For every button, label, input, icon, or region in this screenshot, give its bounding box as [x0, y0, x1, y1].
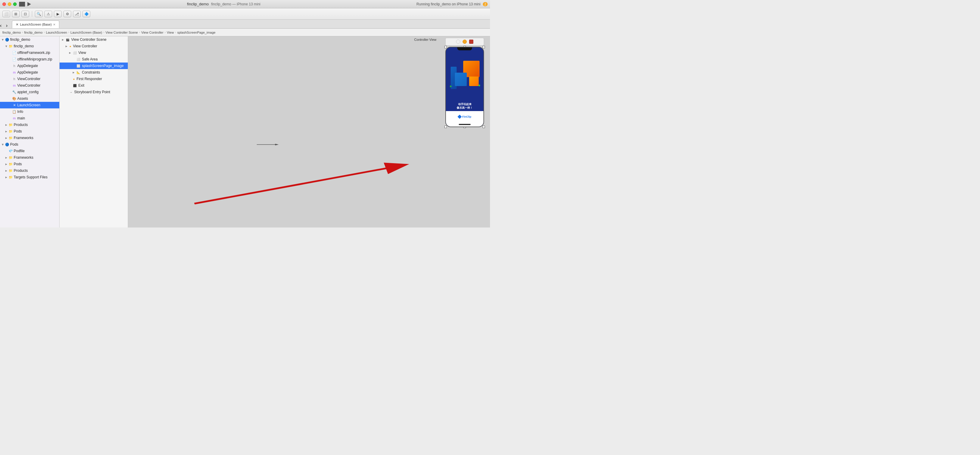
sidebar-root-label: finclip_demo	[10, 38, 30, 42]
breadcrumb-finclip-demo-1[interactable]: finclip_demo	[2, 31, 21, 34]
canvas-area[interactable]	[128, 36, 490, 228]
pods-project-icon: 🔵	[5, 143, 9, 146]
sidebar-item-podfile[interactable]: 💎 Podfile	[0, 148, 59, 154]
breadcrumb-view[interactable]: View	[167, 31, 174, 34]
sidebar-item-targets-support[interactable]: ▶ 📁 Targets Support Files	[0, 174, 59, 180]
sidebar-label-offline-miniprogram: offlineMiniprogram.zip	[17, 57, 52, 61]
outline-view[interactable]: ▶ ⬜ View	[60, 49, 128, 56]
project-icon: 🔵	[5, 38, 9, 42]
triangle-icon: ▶	[73, 71, 76, 74]
sidebar-item-applet-config[interactable]: 🔧 applet_config	[0, 89, 59, 95]
phone-mockup: 动手玩起来 像乐高一样！ FinClip	[445, 47, 484, 127]
tab-launchscreen[interactable]: ✕ LaunchScreen (Base) ✕	[12, 21, 59, 28]
sidebar-item-pods-root[interactable]: ▶ 🔵 Pods	[0, 141, 59, 148]
breadcrumb-finclip-demo-2[interactable]: finclip_demo	[24, 31, 43, 34]
sidebar-item-main[interactable]: m main	[0, 115, 59, 121]
vcs-button[interactable]: ⎇	[73, 11, 81, 17]
sidebar-item-assets[interactable]: 🎨 Assets	[0, 95, 59, 102]
sidebar-toggle-button[interactable]: ⬜	[2, 11, 10, 17]
inspector-toggle-button[interactable]: ⊡	[21, 11, 29, 17]
main-icon: m	[12, 116, 16, 120]
sidebar-item-pods-1[interactable]: ▶ 📁 Pods	[0, 128, 59, 135]
sidebar-item-frameworks-1[interactable]: ▶ 📁 Frameworks	[0, 135, 59, 141]
sidebar-label-applet-config: applet_config	[17, 90, 38, 94]
play-button[interactable]	[27, 2, 31, 6]
selection-handle-bl[interactable]	[444, 126, 447, 128]
breakpoint-button[interactable]: 🔷	[83, 11, 90, 17]
phone-bottom	[446, 123, 484, 127]
tab-bar: ‹ › ✕ LaunchScreen (Base) ✕	[0, 20, 490, 29]
outline-first-responder[interactable]: ● First Responder	[60, 76, 128, 82]
breadcrumb-launchscreen-base[interactable]: LaunchScreen (Base)	[71, 31, 102, 34]
sidebar-item-offline-framework[interactable]: 📄 offlineFramework.zip	[0, 49, 59, 56]
selection-handle-tl[interactable]	[444, 46, 447, 48]
breadcrumb-vc-scene[interactable]: View Controller Scene	[105, 31, 138, 34]
stop-icon[interactable]	[19, 2, 25, 6]
tab-forward-button[interactable]: ›	[6, 23, 12, 28]
inspector-toolbar	[445, 38, 484, 46]
inspector-tool-1[interactable]	[456, 40, 460, 44]
sidebar-item-finclip-demo-group[interactable]: ▶ 📁 finclip_demo	[0, 43, 59, 49]
finclip-label: FinClip	[462, 115, 471, 118]
file-icon: 📄	[12, 51, 16, 55]
triangle-icon: ▶	[5, 124, 8, 126]
sidebar-label-products-2: Products	[14, 169, 28, 173]
outline-splash-image[interactable]: ⬜ splashScreenPage_image	[60, 62, 128, 69]
warning-badge[interactable]: 2	[483, 2, 488, 6]
main-area: ▶ 🔵 finclip_demo ▶ 📁 finclip_demo 📄 offl…	[0, 36, 490, 228]
selection-handle-br[interactable]	[482, 126, 485, 128]
sidebar-label-info: Info	[17, 110, 23, 114]
selection-handle-tr[interactable]	[482, 46, 485, 48]
sidebar-label-frameworks-2: Frameworks	[14, 156, 33, 160]
outline-exit[interactable]: ⬛ Exit	[60, 82, 128, 89]
outline-constraints[interactable]: ▶ 📐 Constraints	[60, 69, 128, 76]
phone-screen: 动手玩起来 像乐高一样！	[446, 47, 484, 111]
inspector-tool-3[interactable]	[469, 40, 473, 44]
hierarchy-toggle-button[interactable]: ⊞	[12, 11, 20, 17]
outline-vc[interactable]: ▶ ● View Controller	[60, 43, 128, 49]
inspector-title: Controller View	[414, 38, 436, 41]
maximize-button[interactable]	[13, 2, 17, 6]
inspector-tool-2[interactable]	[463, 40, 467, 44]
scheme-button[interactable]: ⚙	[64, 11, 71, 17]
breadcrumb-launchscreen[interactable]: LaunchScreen	[46, 31, 67, 34]
sidebar-item-products-2[interactable]: ▶ 📁 Products	[0, 167, 59, 174]
triangle-icon: ▶	[65, 45, 68, 48]
sidebar-item-offline-miniprogram[interactable]: 📄 offlineMiniprogram.zip	[0, 56, 59, 62]
sidebar-item-launchscreen[interactable]: ✕ LaunchScreen	[0, 102, 59, 108]
warning-button[interactable]: ⚠	[45, 11, 52, 17]
triangle-icon: ▶	[62, 38, 65, 41]
search-button[interactable]: 🔍	[35, 11, 43, 17]
sidebar-item-pods-2[interactable]: ▶ 📁 Pods	[0, 161, 59, 167]
sidebar-item-appdelegate-h[interactable]: h AppDelegate	[0, 62, 59, 69]
run-button[interactable]: ▶	[54, 11, 62, 17]
outline-storyboard-entry[interactable]: → Storyboard Entry Point	[60, 89, 128, 95]
sidebar-item-frameworks-2[interactable]: ▶ 📁 Frameworks	[0, 154, 59, 161]
triangle-icon: ▶	[2, 143, 4, 146]
figure-2	[478, 84, 480, 86]
breadcrumb-vc[interactable]: View Controller	[141, 31, 163, 34]
close-button[interactable]	[2, 2, 6, 6]
outline-label-first-responder: First Responder	[76, 77, 102, 81]
folder-icon: 📁	[9, 129, 13, 134]
breadcrumb-splash[interactable]: splashScreenPage_image	[177, 31, 215, 34]
outline-label-exit: Exit	[78, 83, 84, 88]
phone-finclip-bar: FinClip	[446, 111, 484, 123]
sidebar-item-viewcontroller-m[interactable]: m ViewController	[0, 82, 59, 89]
folder-icon: 📁	[9, 175, 13, 179]
lego-orange-small	[469, 76, 479, 86]
storyboard-arrow	[128, 36, 490, 228]
tab-back-button[interactable]: ‹	[0, 23, 6, 28]
minimize-button[interactable]	[8, 2, 11, 6]
sidebar-item-root[interactable]: ▶ 🔵 finclip_demo	[0, 36, 59, 43]
outline-vc-scene[interactable]: ▶ 🎬 View Controller Scene	[60, 36, 128, 43]
tab-close-icon[interactable]: ✕	[53, 23, 56, 26]
image-icon: ⬜	[76, 64, 80, 68]
sidebar-item-products-1[interactable]: ▶ 📁 Products	[0, 121, 59, 128]
sidebar-item-appdelegate-m[interactable]: m AppDelegate	[0, 69, 59, 76]
outline-safe-area[interactable]: ⬜ Safe Area	[60, 56, 128, 62]
sidebar-label-appdelegate-h: AppDelegate	[17, 64, 38, 68]
sidebar-item-info[interactable]: 📋 Info	[0, 108, 59, 115]
toolbar-separator-1	[32, 11, 32, 17]
sidebar-item-viewcontroller-h[interactable]: h ViewController	[0, 76, 59, 82]
